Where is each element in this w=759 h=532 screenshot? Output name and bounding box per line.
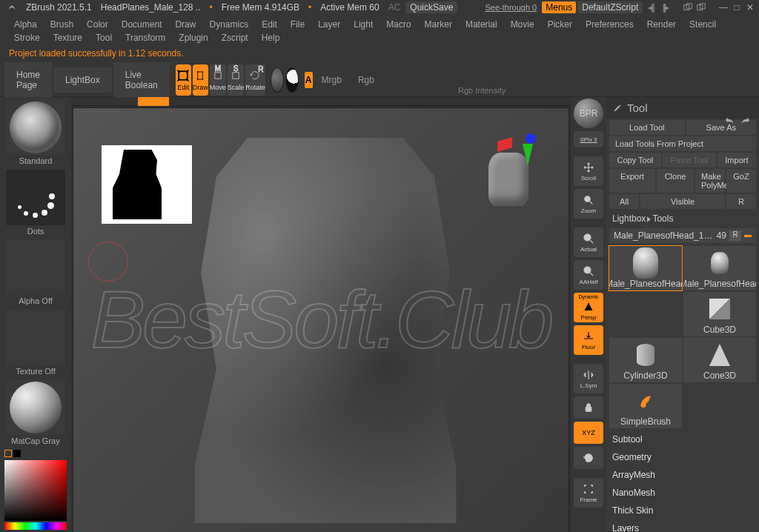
live-boolean-button[interactable]: Live Boolean	[113, 62, 170, 98]
undo-icon[interactable]	[723, 116, 735, 127]
stroke-preview[interactable]	[6, 170, 65, 225]
minimize-button[interactable]: —	[717, 2, 729, 13]
section-subtool[interactable]: Subtool	[612, 433, 753, 446]
material-preview[interactable]	[6, 380, 65, 435]
section-arraymesh[interactable]: ArrayMesh	[612, 468, 753, 482]
axis-gizmo[interactable]	[497, 130, 536, 169]
brush-preview[interactable]	[6, 100, 65, 155]
menu-picker[interactable]: Picker	[541, 18, 579, 31]
floor-button[interactable]: Floor	[574, 325, 603, 355]
menu-preferences[interactable]: Preferences	[579, 18, 640, 31]
move-mode-button[interactable]: MMove	[210, 64, 226, 96]
draw-mode-button[interactable]: Draw	[193, 64, 208, 96]
menu-transform[interactable]: Transform	[119, 31, 172, 44]
scroll-button[interactable]: Scroll	[574, 156, 603, 186]
menu-layer[interactable]: Layer	[311, 18, 347, 31]
menu-edit[interactable]: Edit	[255, 18, 284, 31]
tool-item-cone[interactable]: Cone3D	[683, 338, 756, 382]
menu-stroke[interactable]: Stroke	[7, 31, 47, 44]
menu-dynamics[interactable]: Dynamics	[202, 18, 255, 31]
menu-file[interactable]: File	[284, 18, 311, 31]
menu-zplugin[interactable]: Zplugin	[172, 31, 214, 44]
current-tool-slot[interactable]: Male_PlanesofHead_128. 49 R	[609, 228, 756, 243]
rotate-view-button[interactable]	[574, 447, 603, 469]
section-nanomesh[interactable]: NanoMesh	[612, 486, 753, 499]
lsym-button[interactable]: L.Sym	[574, 364, 603, 393]
import-button[interactable]: Import	[717, 153, 756, 167]
actual-button[interactable]: Actual	[574, 227, 603, 257]
menus-toggle[interactable]: Menus	[542, 1, 576, 13]
persp-button[interactable]: DynamicPersp	[574, 293, 603, 322]
frame-button[interactable]: Frame	[574, 478, 603, 508]
menu-stencil[interactable]: Stencil	[683, 18, 723, 31]
menu-tool[interactable]: Tool	[89, 31, 119, 44]
texture-preview[interactable]	[6, 310, 65, 365]
menu-render[interactable]: Render	[640, 18, 683, 31]
see-through-slider[interactable]: See-through 0	[482, 2, 541, 13]
reference-thumbnail[interactable]	[102, 145, 192, 224]
goz-visible-button[interactable]: Visible	[640, 194, 725, 209]
goz-all-button[interactable]: All	[609, 194, 639, 209]
spix-slider[interactable]: SPix 3	[574, 131, 603, 147]
window-dup1-icon[interactable]	[682, 2, 694, 13]
menu-marker[interactable]: Marker	[418, 18, 459, 31]
hue-slider[interactable]	[4, 522, 67, 530]
tool-item-cube[interactable]: Cube3D	[683, 292, 756, 336]
aahalf-button[interactable]: AAHalf	[574, 260, 603, 290]
tool-item-cylinder[interactable]: Cylinder3D	[609, 338, 682, 382]
menu-document[interactable]: Document	[115, 18, 169, 31]
rotate-mode-button[interactable]: RRotate	[245, 64, 265, 96]
lightbox-button[interactable]: LightBox	[53, 67, 112, 93]
tool-item-head-a[interactable]: Male_PlanesofHead	[609, 246, 682, 290]
menu-help[interactable]: Help	[255, 31, 287, 44]
viewport[interactable]: BestSoft.Club	[71, 97, 571, 532]
export-button[interactable]: Export	[609, 169, 655, 193]
rgb-button[interactable]: Rgb	[351, 73, 382, 87]
menu-texture[interactable]: Texture	[47, 31, 89, 44]
redo-icon[interactable]	[740, 116, 752, 127]
menu-material[interactable]: Material	[459, 18, 504, 31]
menu-light[interactable]: Light	[347, 18, 380, 31]
paint-indicator-icon[interactable]	[285, 67, 299, 93]
color-picker[interactable]	[4, 460, 67, 521]
color-swatch-b[interactable]	[13, 450, 21, 457]
window-dup2-icon[interactable]	[695, 2, 707, 13]
layout-next-icon[interactable]: |||▸	[659, 1, 672, 13]
menu-alpha[interactable]: Alpha	[7, 18, 44, 31]
bpr-button[interactable]: BPR	[574, 99, 603, 128]
tool-item-simplebrush[interactable]: SimpleBrush	[609, 384, 682, 428]
color-swatch-a[interactable]	[4, 450, 12, 457]
make-polymesh-button[interactable]: Make PolyMesh3D	[695, 169, 725, 193]
paste-tool-button[interactable]: Paste Tool	[663, 153, 716, 167]
menu-draw[interactable]: Draw	[168, 18, 202, 31]
close-button[interactable]: ✕	[744, 2, 756, 13]
load-from-project-button[interactable]: Load Tools From Project	[609, 136, 756, 151]
zoom-button[interactable]: Zoom	[574, 189, 603, 219]
xyz-button[interactable]: XYZ	[574, 422, 603, 444]
rgb-intensity-label[interactable]: Rgb Intensity	[458, 86, 506, 95]
layout-prev-icon[interactable]: ◂|||	[644, 1, 657, 13]
goz-r-button[interactable]: R	[726, 194, 756, 209]
menu-macro[interactable]: Macro	[380, 18, 417, 31]
menu-brush[interactable]: Brush	[44, 18, 80, 31]
section-layers[interactable]: Layers	[612, 522, 753, 532]
a-toggle[interactable]: A	[305, 72, 313, 88]
goz-button[interactable]: GoZ	[726, 169, 756, 193]
tool-breadcrumb[interactable]: LightboxTools	[606, 210, 759, 227]
menu-color[interactable]: Color	[80, 18, 115, 31]
edit-mode-button[interactable]: Edit	[176, 64, 191, 96]
clone-button[interactable]: Clone	[657, 169, 694, 193]
quicksave-button[interactable]: QuickSave	[405, 1, 457, 13]
section-geometry[interactable]: Geometry	[612, 450, 753, 464]
scale-mode-button[interactable]: SScale	[228, 64, 245, 96]
timeline-ruler[interactable]	[71, 97, 571, 106]
home-page-button[interactable]: Home Page	[4, 62, 52, 98]
maximize-button[interactable]: □	[731, 2, 743, 13]
copy-tool-button[interactable]: Copy Tool	[609, 153, 661, 167]
section-thickskin[interactable]: Thick Skin	[612, 504, 753, 517]
sculpt-indicator-icon[interactable]	[271, 67, 284, 93]
tool-item-head-b[interactable]: Male_PlanesofHead	[683, 246, 756, 290]
menu-movie[interactable]: Movie	[504, 18, 541, 31]
load-tool-button[interactable]: Load Tool	[609, 120, 685, 135]
alpha-preview[interactable]	[6, 240, 65, 295]
